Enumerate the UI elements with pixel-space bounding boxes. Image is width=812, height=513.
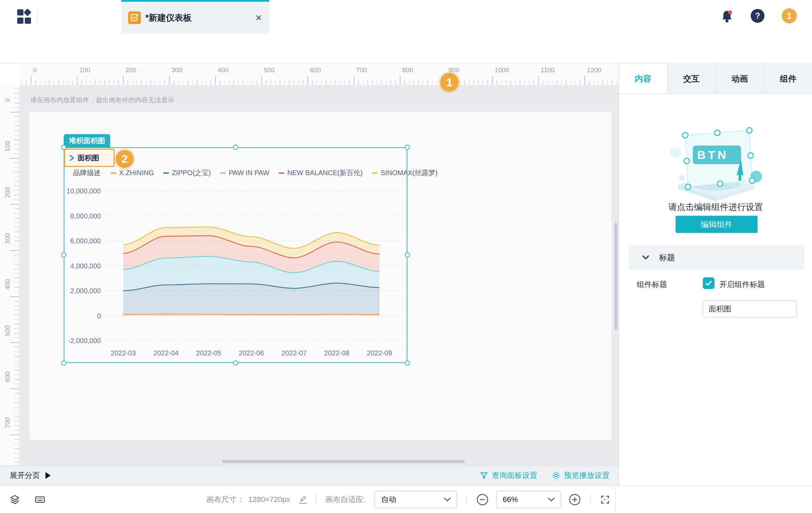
- settings-panel-tabs: 内容交互动画组件: [619, 64, 812, 94]
- query-panel-settings-button[interactable]: 查询面板设置: [480, 470, 537, 481]
- preview-playback-settings-button[interactable]: 预览播放设置: [552, 470, 610, 481]
- user-avatar[interactable]: 1: [782, 8, 797, 23]
- v-ruler-label: 400: [4, 274, 11, 295]
- canvas-fit-select[interactable]: 自动: [374, 491, 457, 509]
- component-selection-border[interactable]: [64, 147, 407, 363]
- canvas-size-label: 画布尺寸：: [206, 494, 244, 505]
- h-ruler-label: 200: [125, 66, 136, 74]
- component-title-highlight[interactable]: 面积图: [64, 149, 115, 167]
- filter-icon: [480, 471, 488, 480]
- fullscreen-icon[interactable]: [600, 494, 610, 505]
- title-section-header[interactable]: 标题: [629, 245, 804, 270]
- pages-bar: 展开分页 查询面板设置 预览播放设置: [0, 465, 618, 485]
- panel-tab-交互[interactable]: 交互: [668, 64, 716, 93]
- h-ruler-label: 800: [402, 66, 413, 74]
- statusbar-right-divider: [615, 486, 616, 513]
- zoom-level-select[interactable]: 66%: [496, 491, 561, 509]
- vertical-ruler: 0100200300400500600700: [0, 85, 19, 465]
- zoom-out-icon[interactable]: [476, 493, 489, 506]
- canvas-hint: 请在画布内放置组件，超出画布外的内容无法显示: [30, 96, 174, 105]
- chevron-down-icon: [548, 497, 555, 502]
- settings-panel: 内容交互动画组件 BTN 请点击编辑组件进行: [618, 64, 812, 485]
- enable-title-checkbox[interactable]: [703, 277, 715, 289]
- resize-handle-s[interactable]: [233, 361, 238, 366]
- dashboard-tab[interactable]: *新建仪表板 ×: [121, 0, 269, 33]
- gear-icon: [552, 471, 561, 480]
- chevron-right-icon: [69, 154, 74, 162]
- status-bar: 画布尺寸： 1280×720px 画布自适应: 自动 66%: [0, 485, 812, 513]
- component-title-field-label: 组件标题: [637, 279, 667, 290]
- h-ruler-label: 0: [33, 66, 37, 74]
- resize-handle-se[interactable]: [405, 361, 410, 366]
- h-ruler-label: 1200: [587, 66, 601, 74]
- resize-handle-n[interactable]: [233, 145, 238, 150]
- h-ruler-label: 1000: [495, 66, 509, 74]
- h-ruler-label: 1100: [541, 66, 555, 74]
- layers-icon[interactable]: [10, 494, 20, 505]
- panel-tab-动画[interactable]: 动画: [716, 64, 764, 93]
- help-icon[interactable]: ?: [751, 9, 764, 23]
- resize-handle-e[interactable]: [405, 253, 410, 258]
- component-title-text: 面积图: [77, 153, 99, 163]
- statusbar-divider: [590, 495, 591, 504]
- panel-tab-内容[interactable]: 内容: [619, 64, 668, 93]
- horizontal-ruler: 0100200300400500600700800900100011001200: [19, 64, 618, 85]
- statusbar-divider: [316, 495, 316, 504]
- component-title-input[interactable]: [702, 300, 797, 318]
- chevron-down-icon: [444, 497, 451, 502]
- dashboard-editor: *新建仪表板 × ? 1 图表 控件 其他 ↶ ↷ 高级视图: [0, 0, 812, 513]
- tab-close-icon[interactable]: ×: [256, 12, 262, 23]
- canvas-fit-label: 画布自适应:: [325, 494, 365, 505]
- canvas-size-value: 1280×720px: [248, 495, 290, 504]
- panel-empty-hint: 请点击编辑组件进行设置: [619, 201, 812, 213]
- ruler-corner: [0, 64, 19, 85]
- resize-handle-sw[interactable]: [61, 361, 66, 366]
- statusbar-divider: [466, 495, 467, 504]
- check-icon: [705, 280, 712, 286]
- dashboard-tab-title: *新建仪表板: [145, 12, 256, 23]
- tutorial-badge-2: 2: [116, 150, 134, 168]
- expand-arrow-icon: [45, 472, 51, 479]
- h-ruler-label: 600: [310, 66, 321, 74]
- topbar: *新建仪表板 × ? 1: [0, 0, 812, 33]
- topbar-divider: [37, 10, 38, 24]
- resize-handle-ne[interactable]: [405, 145, 410, 150]
- v-ruler-label: 100: [4, 136, 11, 157]
- component-type-tag: 堆积面积图: [64, 134, 110, 147]
- zoom-in-icon[interactable]: [568, 493, 581, 506]
- toolbar: 图表 控件 其他 ↶ ↷ 高级视图 切换主题样式 1 模板设置 分享: [0, 33, 812, 64]
- tutorial-badge-1: 1: [440, 73, 459, 92]
- v-ruler-label: 500: [4, 320, 11, 341]
- chevron-down-icon: [642, 255, 649, 260]
- edit-canvas-size-icon[interactable]: [299, 495, 307, 504]
- keyboard-icon[interactable]: [34, 494, 45, 505]
- v-ruler-label: 300: [4, 228, 11, 249]
- notification-bell-icon[interactable]: [720, 9, 734, 25]
- enable-title-label: 开启组件标题: [719, 279, 765, 290]
- v-ruler-label: 200: [4, 182, 11, 203]
- h-ruler-label: 400: [218, 66, 229, 74]
- horizontal-scrollbar[interactable]: [222, 460, 465, 463]
- svg-text:BTN: BTN: [697, 148, 729, 161]
- h-ruler-label: 300: [171, 66, 183, 74]
- expand-pages-button[interactable]: 展开分页: [10, 470, 51, 481]
- vertical-scrollbar[interactable]: [614, 223, 617, 330]
- h-ruler-label: 500: [264, 66, 275, 74]
- v-ruler-label: 600: [4, 366, 11, 387]
- v-ruler-label: 700: [4, 413, 11, 433]
- panel-tab-组件[interactable]: 组件: [764, 64, 812, 93]
- h-ruler-label: 100: [79, 66, 90, 74]
- h-ruler-label: 700: [356, 66, 367, 74]
- button-component-illustration: BTN: [664, 126, 767, 203]
- dashboard-tab-icon: [128, 11, 141, 24]
- resize-handle-w[interactable]: [61, 253, 66, 258]
- app-logo-icon[interactable]: [17, 9, 32, 24]
- v-ruler-label: 0: [4, 90, 11, 110]
- edit-component-button[interactable]: 编辑组件: [676, 216, 758, 233]
